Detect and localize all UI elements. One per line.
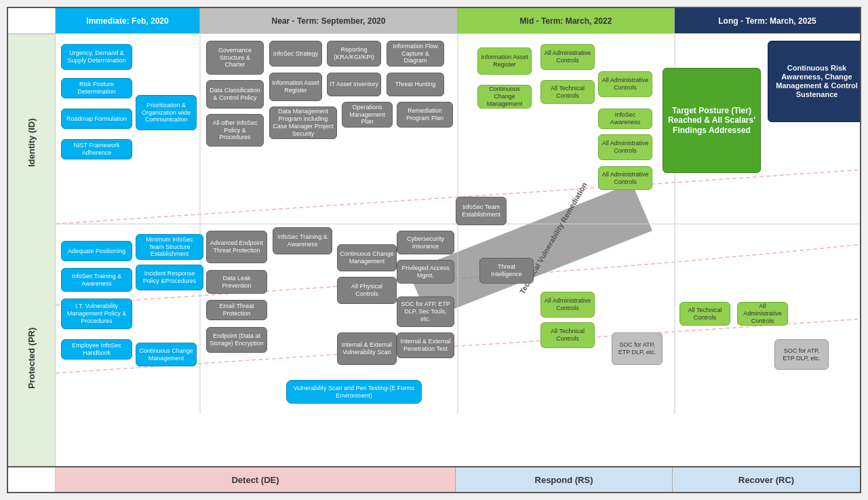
all-other-policy-box: All other InfoSec Policy & Procedures (206, 114, 264, 147)
employee-handbook-box: Employee InfoSec Handbook (61, 339, 132, 360)
data-class-box: Data Classification & Control Policy (206, 80, 264, 109)
min-infosec-box: Minimum InfoSec Team Structure Establish… (136, 234, 203, 260)
target-posture-box: Target Posture (Tier) Reached & All Scal… (663, 68, 761, 173)
infosec-awareness-box: InfoSec Awareness (598, 109, 652, 129)
info-flow-box: Information Flow Capture & Diagram (387, 41, 444, 66)
remediation-box: Remediation Program Plan (397, 102, 453, 128)
main-container: Immediate: Feb, 2020 Near - Term: Septem… (7, 7, 861, 493)
footer-detect: Detect (DE) (56, 467, 456, 492)
timeline-header: Immediate: Feb, 2020 Near - Term: Septem… (8, 8, 860, 34)
threat-hunting-box: Threat Hunting (387, 73, 444, 96)
risk-posture-box: Risk Posture Determination (61, 78, 132, 98)
soc3-box: SOC for ATP, ETP DLP, etc. (774, 339, 829, 370)
advanced-endpoint-box: Advanced Endpoint Threat Protection (206, 231, 267, 263)
adequate-box: Adequate Positioning (61, 241, 132, 261)
all-tech1-box: All Technical Controls (540, 80, 595, 104)
email-threat-box: Email Threat Protection (206, 300, 267, 320)
cont-risk-box: Continuous Risk Awareness, Change Manage… (768, 41, 860, 122)
all-admin2-box: All Administrative Controls (598, 71, 652, 97)
data-leak-box: Data Leak Prevention (206, 270, 267, 294)
all-physical-box: All Physical Controls (337, 277, 397, 304)
footer-row: Detect (DE) Respond (RS) Recover (RC) (8, 466, 860, 492)
info-asset-reg2-box: Information Asset Register (477, 47, 532, 75)
it-vuln-box: I.T. Vulnerability Management Policy & P… (61, 299, 132, 329)
cont-change-mgmt-box: Continuous Change Management (477, 85, 532, 109)
timeline-mid: Mid - Term: March, 2022 (458, 8, 675, 33)
info-asset-reg1-box: Information Asset Register (269, 73, 322, 101)
footer-respond: Respond (RS) (456, 467, 673, 492)
diagram-area: Technical Vulnerability Remediation Urge… (56, 34, 860, 466)
left-labels: Identity (ID) Protected (PR) (8, 34, 56, 466)
content-area: Identity (ID) Protected (PR) (8, 34, 860, 466)
timeline-near: Near - Term: September, 2020 (200, 8, 458, 33)
infosec-strategy-box: InfoSec Strategy (269, 41, 322, 66)
vuln-scan-pen-box: Vulnerability Scan and Pen Testing-(E Fo… (286, 380, 422, 404)
label-identity: Identity (ID) (8, 34, 55, 250)
all-admin5-box: All Administrative Controls (540, 292, 595, 318)
threat-intel-box: Threat Intelligence (479, 258, 534, 284)
footer-spacer (8, 467, 56, 492)
internal-vuln-box: Internal & External Vulnerability Scan (337, 332, 397, 365)
timeline-long: Long - Term: March, 2025 (675, 8, 860, 33)
all-tech2-box: All Technical Controls (540, 322, 595, 348)
infosec-team-box: InfoSec Team Establishment (456, 197, 507, 225)
footer-recover: Recover (RC) (673, 467, 860, 492)
infosec-training1-box: InfoSec Training & Awareness (61, 268, 132, 292)
governance-box: Governance Structure & Charter (206, 41, 264, 75)
all-admin1-box: All Administrative Controls (540, 44, 595, 70)
all-admin6-box: All Administrative Controls (737, 302, 788, 326)
cyber-insurance-box: Cybersecurity Insurance (397, 231, 454, 254)
timeline-immediate: Immediate: Feb, 2020 (56, 8, 200, 33)
data-mgmt-box: Data Management Program including Case M… (269, 107, 337, 139)
label-protected: Protected (PR) (8, 250, 55, 466)
all-admin4-box: All Administrative Controls (598, 166, 652, 190)
cont-change1-box: Continuous Change Management (136, 343, 197, 366)
all-admin3-box: All Administrative Controls (598, 134, 652, 160)
infosec-training2-box: InfoSec Training & Awareness (273, 227, 332, 254)
privileged-box: Privileged Access Mgmt. (397, 260, 454, 284)
internal-pen-box: Internal & External Penetration Test (397, 332, 454, 358)
it-asset-box: IT Asset Inventory (327, 73, 381, 96)
reporting-box: Reporting (KRA/KGI/KPI) (327, 41, 381, 66)
urgency-box: Urgency, Demand & Supply Determination (61, 44, 132, 70)
soc1-box: SOC for ATP, ETP DLP, Sec Tools, etc. (397, 296, 454, 327)
incident-resp-box: Incident Response Policy &Procedures (136, 265, 203, 290)
prioritization-box: Prioritization & Organization wide Commu… (136, 95, 197, 130)
ops-mgmt-box: Operations Management Plan (342, 102, 393, 128)
cont-change2-box: Continuous Change Management (337, 244, 397, 271)
roadmap-box: Roadmap Formulation (61, 109, 132, 129)
nist-box: NIST Framework Adherence (61, 139, 132, 159)
soc2-box: SOC for ATP, ETP DLP, etc. (612, 332, 663, 365)
all-tech3-box: All Technical Controls (679, 302, 730, 326)
endpoint-encrypt-box: Endpoint (Data at Storage) Encryption (206, 327, 267, 353)
timeline-left-spacer (8, 8, 56, 33)
